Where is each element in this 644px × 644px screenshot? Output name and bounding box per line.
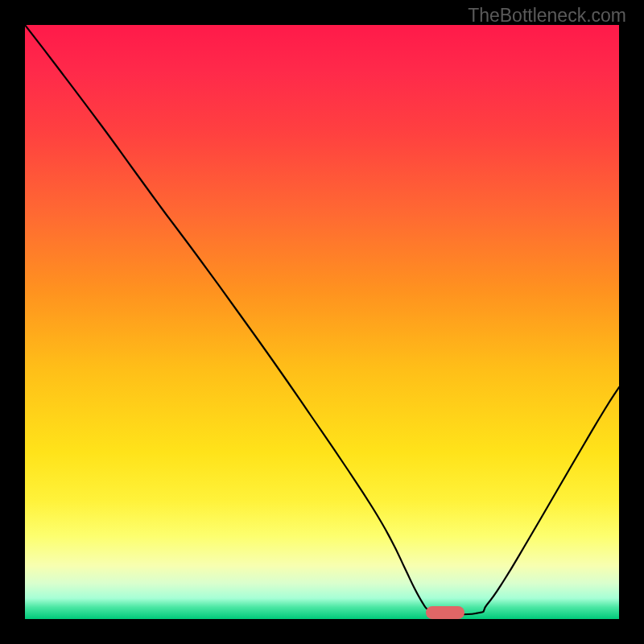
- optimal-marker: [426, 606, 464, 619]
- chart-plot-area: [25, 25, 619, 619]
- curve-path: [25, 25, 619, 615]
- bottleneck-curve: [25, 25, 619, 619]
- watermark-text: TheBottleneck.com: [468, 5, 626, 27]
